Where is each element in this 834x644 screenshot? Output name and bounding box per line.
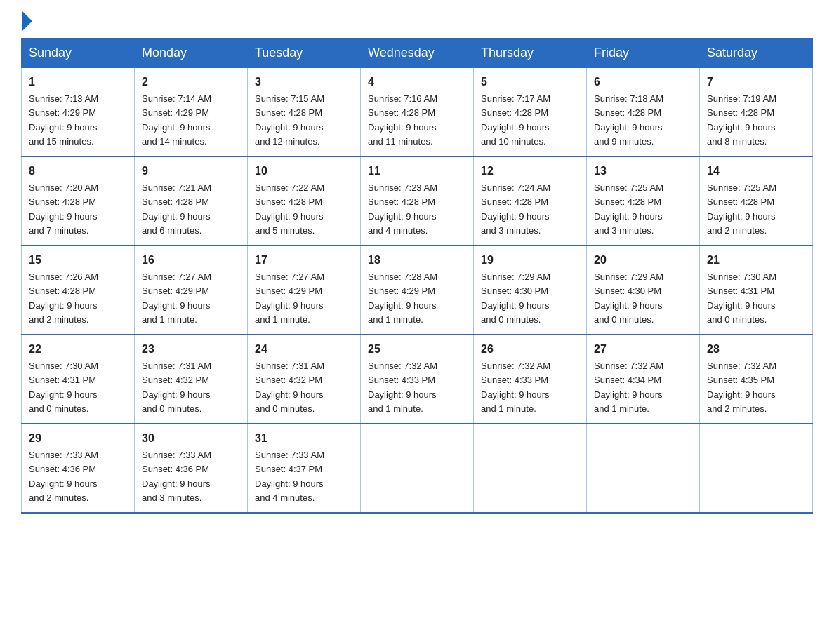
day-info: Sunrise: 7:25 AMSunset: 4:28 PMDaylight:… bbox=[594, 182, 663, 236]
day-number: 21 bbox=[707, 252, 805, 269]
calendar-cell: 20 Sunrise: 7:29 AMSunset: 4:30 PMDaylig… bbox=[587, 246, 700, 335]
logo-arrow-icon bbox=[22, 11, 32, 31]
weekday-header-friday: Friday bbox=[587, 39, 700, 68]
day-number: 14 bbox=[707, 163, 805, 180]
calendar-cell: 30 Sunrise: 7:33 AMSunset: 4:36 PMDaylig… bbox=[135, 424, 248, 513]
calendar-cell: 17 Sunrise: 7:27 AMSunset: 4:29 PMDaylig… bbox=[248, 246, 361, 335]
calendar-cell: 21 Sunrise: 7:30 AMSunset: 4:31 PMDaylig… bbox=[700, 246, 813, 335]
day-number: 13 bbox=[594, 163, 692, 180]
calendar-cell: 29 Sunrise: 7:33 AMSunset: 4:36 PMDaylig… bbox=[22, 424, 135, 513]
calendar-cell: 2 Sunrise: 7:14 AMSunset: 4:29 PMDayligh… bbox=[135, 68, 248, 157]
day-number: 1 bbox=[29, 74, 127, 90]
day-number: 4 bbox=[368, 74, 466, 90]
day-number: 20 bbox=[594, 252, 692, 269]
day-info: Sunrise: 7:21 AMSunset: 4:28 PMDaylight:… bbox=[142, 182, 211, 236]
day-number: 11 bbox=[368, 163, 466, 180]
calendar-cell: 12 Sunrise: 7:24 AMSunset: 4:28 PMDaylig… bbox=[474, 156, 587, 246]
day-number: 12 bbox=[481, 163, 579, 180]
calendar-cell: 28 Sunrise: 7:32 AMSunset: 4:35 PMDaylig… bbox=[700, 335, 813, 424]
day-info: Sunrise: 7:31 AMSunset: 4:32 PMDaylight:… bbox=[255, 361, 324, 414]
calendar-cell: 9 Sunrise: 7:21 AMSunset: 4:28 PMDayligh… bbox=[135, 156, 248, 246]
day-info: Sunrise: 7:32 AMSunset: 4:35 PMDaylight:… bbox=[707, 361, 776, 414]
calendar-cell bbox=[474, 424, 587, 513]
day-info: Sunrise: 7:28 AMSunset: 4:29 PMDaylight:… bbox=[368, 271, 437, 325]
day-info: Sunrise: 7:16 AMSunset: 4:28 PMDaylight:… bbox=[368, 93, 437, 147]
calendar-cell: 23 Sunrise: 7:31 AMSunset: 4:32 PMDaylig… bbox=[135, 335, 248, 424]
weekday-header-monday: Monday bbox=[135, 39, 248, 68]
day-info: Sunrise: 7:14 AMSunset: 4:29 PMDaylight:… bbox=[142, 93, 211, 147]
day-number: 30 bbox=[142, 430, 240, 447]
day-info: Sunrise: 7:18 AMSunset: 4:28 PMDaylight:… bbox=[594, 93, 663, 147]
day-info: Sunrise: 7:17 AMSunset: 4:28 PMDaylight:… bbox=[481, 93, 550, 147]
calendar-week-row: 15 Sunrise: 7:26 AMSunset: 4:28 PMDaylig… bbox=[22, 246, 813, 335]
day-info: Sunrise: 7:32 AMSunset: 4:34 PMDaylight:… bbox=[594, 361, 663, 414]
calendar-cell: 15 Sunrise: 7:26 AMSunset: 4:28 PMDaylig… bbox=[22, 246, 135, 335]
calendar-week-row: 8 Sunrise: 7:20 AMSunset: 4:28 PMDayligh… bbox=[22, 156, 813, 246]
day-info: Sunrise: 7:22 AMSunset: 4:28 PMDaylight:… bbox=[255, 182, 324, 236]
weekday-header-row: SundayMondayTuesdayWednesdayThursdayFrid… bbox=[22, 39, 813, 68]
day-info: Sunrise: 7:29 AMSunset: 4:30 PMDaylight:… bbox=[594, 271, 663, 325]
calendar-cell: 3 Sunrise: 7:15 AMSunset: 4:28 PMDayligh… bbox=[248, 68, 361, 157]
day-number: 5 bbox=[481, 74, 579, 90]
day-number: 28 bbox=[707, 341, 805, 358]
day-number: 24 bbox=[255, 341, 353, 358]
calendar-cell: 18 Sunrise: 7:28 AMSunset: 4:29 PMDaylig… bbox=[361, 246, 474, 335]
day-number: 18 bbox=[368, 252, 466, 269]
calendar-cell: 27 Sunrise: 7:32 AMSunset: 4:34 PMDaylig… bbox=[587, 335, 700, 424]
day-number: 27 bbox=[594, 341, 692, 358]
day-number: 10 bbox=[255, 163, 353, 180]
calendar-cell: 10 Sunrise: 7:22 AMSunset: 4:28 PMDaylig… bbox=[248, 156, 361, 246]
day-info: Sunrise: 7:13 AMSunset: 4:29 PMDaylight:… bbox=[29, 93, 98, 147]
calendar-cell: 19 Sunrise: 7:29 AMSunset: 4:30 PMDaylig… bbox=[474, 246, 587, 335]
calendar-cell: 22 Sunrise: 7:30 AMSunset: 4:31 PMDaylig… bbox=[22, 335, 135, 424]
calendar-cell bbox=[700, 424, 813, 513]
day-info: Sunrise: 7:26 AMSunset: 4:28 PMDaylight:… bbox=[29, 271, 98, 325]
weekday-header-sunday: Sunday bbox=[22, 39, 135, 68]
calendar-cell: 24 Sunrise: 7:31 AMSunset: 4:32 PMDaylig… bbox=[248, 335, 361, 424]
calendar-cell bbox=[361, 424, 474, 513]
weekday-header-tuesday: Tuesday bbox=[248, 39, 361, 68]
day-number: 23 bbox=[142, 341, 240, 358]
day-info: Sunrise: 7:19 AMSunset: 4:28 PMDaylight:… bbox=[707, 93, 776, 147]
day-number: 2 bbox=[142, 74, 240, 90]
calendar-cell: 6 Sunrise: 7:18 AMSunset: 4:28 PMDayligh… bbox=[587, 68, 700, 157]
weekday-header-wednesday: Wednesday bbox=[361, 39, 474, 68]
day-info: Sunrise: 7:30 AMSunset: 4:31 PMDaylight:… bbox=[29, 361, 98, 414]
day-number: 3 bbox=[255, 74, 353, 90]
day-info: Sunrise: 7:29 AMSunset: 4:30 PMDaylight:… bbox=[481, 271, 550, 325]
calendar-week-row: 29 Sunrise: 7:33 AMSunset: 4:36 PMDaylig… bbox=[22, 424, 813, 513]
day-number: 8 bbox=[29, 163, 127, 180]
calendar-cell: 25 Sunrise: 7:32 AMSunset: 4:33 PMDaylig… bbox=[361, 335, 474, 424]
calendar-cell: 4 Sunrise: 7:16 AMSunset: 4:28 PMDayligh… bbox=[361, 68, 474, 157]
weekday-header-thursday: Thursday bbox=[474, 39, 587, 68]
calendar-cell: 31 Sunrise: 7:33 AMSunset: 4:37 PMDaylig… bbox=[248, 424, 361, 513]
day-info: Sunrise: 7:23 AMSunset: 4:28 PMDaylight:… bbox=[368, 182, 437, 236]
calendar-cell: 26 Sunrise: 7:32 AMSunset: 4:33 PMDaylig… bbox=[474, 335, 587, 424]
calendar-cell: 7 Sunrise: 7:19 AMSunset: 4:28 PMDayligh… bbox=[700, 68, 813, 157]
calendar-cell: 16 Sunrise: 7:27 AMSunset: 4:29 PMDaylig… bbox=[135, 246, 248, 335]
day-info: Sunrise: 7:33 AMSunset: 4:36 PMDaylight:… bbox=[29, 450, 98, 503]
day-info: Sunrise: 7:32 AMSunset: 4:33 PMDaylight:… bbox=[481, 361, 550, 414]
day-info: Sunrise: 7:15 AMSunset: 4:28 PMDaylight:… bbox=[255, 93, 324, 147]
calendar-cell: 13 Sunrise: 7:25 AMSunset: 4:28 PMDaylig… bbox=[587, 156, 700, 246]
day-info: Sunrise: 7:31 AMSunset: 4:32 PMDaylight:… bbox=[142, 361, 211, 414]
calendar-week-row: 1 Sunrise: 7:13 AMSunset: 4:29 PMDayligh… bbox=[22, 68, 813, 157]
day-number: 26 bbox=[481, 341, 579, 358]
day-number: 7 bbox=[707, 74, 805, 90]
day-info: Sunrise: 7:24 AMSunset: 4:28 PMDaylight:… bbox=[481, 182, 550, 236]
calendar-cell bbox=[587, 424, 700, 513]
calendar-cell: 14 Sunrise: 7:25 AMSunset: 4:28 PMDaylig… bbox=[700, 156, 813, 246]
calendar-cell: 8 Sunrise: 7:20 AMSunset: 4:28 PMDayligh… bbox=[22, 156, 135, 246]
day-info: Sunrise: 7:25 AMSunset: 4:28 PMDaylight:… bbox=[707, 182, 776, 236]
calendar-table: SundayMondayTuesdayWednesdayThursdayFrid… bbox=[21, 38, 813, 514]
day-number: 6 bbox=[594, 74, 692, 90]
day-info: Sunrise: 7:27 AMSunset: 4:29 PMDaylight:… bbox=[255, 271, 324, 325]
day-number: 9 bbox=[142, 163, 240, 180]
calendar-cell: 11 Sunrise: 7:23 AMSunset: 4:28 PMDaylig… bbox=[361, 156, 474, 246]
day-info: Sunrise: 7:30 AMSunset: 4:31 PMDaylight:… bbox=[707, 271, 776, 325]
calendar-cell: 1 Sunrise: 7:13 AMSunset: 4:29 PMDayligh… bbox=[22, 68, 135, 157]
day-number: 19 bbox=[481, 252, 579, 269]
day-info: Sunrise: 7:27 AMSunset: 4:29 PMDaylight:… bbox=[142, 271, 211, 325]
day-info: Sunrise: 7:33 AMSunset: 4:37 PMDaylight:… bbox=[255, 450, 324, 503]
day-number: 16 bbox=[142, 252, 240, 269]
